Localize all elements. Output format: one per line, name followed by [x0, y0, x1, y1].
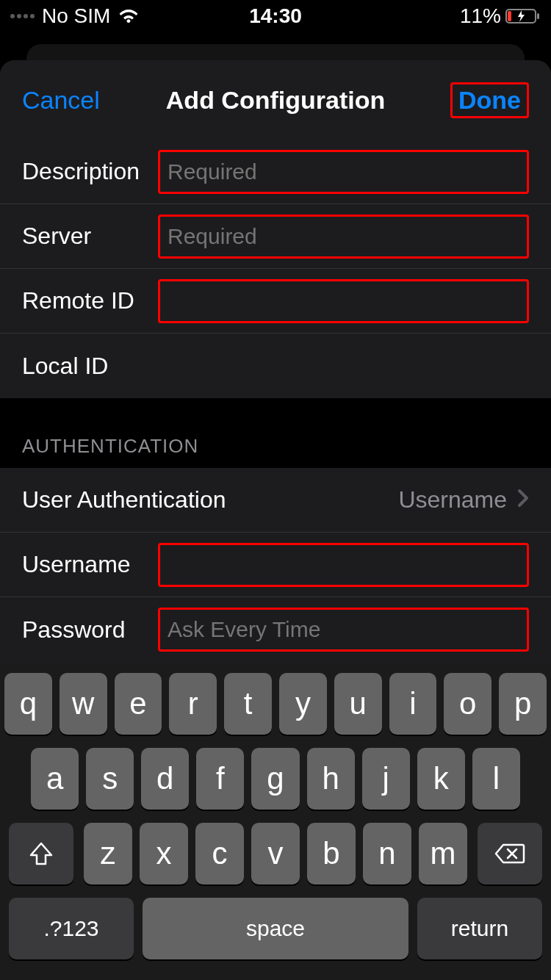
status-bar: No SIM 14:30 11%: [0, 0, 551, 32]
form-section-main: Description Server Remote ID Local ID: [0, 140, 551, 398]
key-y[interactable]: y: [279, 673, 327, 735]
nav-bar: Cancel Add Configuration Done: [0, 60, 551, 140]
remote-id-input[interactable]: [158, 279, 529, 323]
label-remote-id: Remote ID: [22, 287, 158, 314]
key-s[interactable]: s: [86, 748, 134, 810]
user-auth-value-text: Username: [398, 486, 507, 514]
key-q[interactable]: q: [4, 673, 52, 735]
key-o[interactable]: o: [444, 673, 491, 735]
key-f[interactable]: f: [196, 748, 244, 810]
page-title: Add Configuration: [166, 86, 385, 115]
key-w[interactable]: w: [60, 673, 107, 735]
label-description: Description: [22, 158, 158, 185]
status-right: 11%: [460, 4, 541, 28]
label-password: Password: [22, 616, 158, 644]
section-header-auth: AUTHENTICATION: [0, 398, 551, 468]
wifi-icon: [118, 8, 140, 24]
key-l[interactable]: l: [472, 748, 520, 810]
keyboard-row-1: qwertyuiop: [4, 673, 547, 735]
carrier-label: No SIM: [42, 4, 110, 28]
key-h[interactable]: h: [307, 748, 355, 810]
key-a[interactable]: a: [31, 748, 79, 810]
battery-charging-icon: [505, 8, 541, 24]
label-local-id: Local ID: [22, 353, 158, 380]
keyboard: qwertyuiop asdfghjkl zxcvbnm .?123 space…: [0, 663, 551, 980]
shift-key[interactable]: [9, 823, 73, 884]
key-t[interactable]: t: [224, 673, 272, 735]
key-k[interactable]: k: [417, 748, 465, 810]
key-j[interactable]: j: [362, 748, 410, 810]
backspace-key[interactable]: [478, 823, 542, 884]
local-id-input[interactable]: [158, 344, 529, 388]
key-e[interactable]: e: [115, 673, 162, 735]
row-password: Password: [0, 597, 551, 662]
keyboard-row-3: zxcvbnm: [4, 823, 547, 884]
key-u[interactable]: u: [334, 673, 382, 735]
row-user-authentication[interactable]: User Authentication Username: [0, 468, 551, 533]
key-p[interactable]: p: [499, 673, 547, 735]
key-d[interactable]: d: [141, 748, 189, 810]
key-r[interactable]: r: [169, 673, 217, 735]
numbers-key[interactable]: .?123: [9, 898, 134, 959]
key-z[interactable]: z: [84, 823, 132, 884]
key-n[interactable]: n: [363, 823, 411, 884]
server-input[interactable]: [158, 215, 529, 259]
password-input[interactable]: [158, 608, 529, 652]
chevron-right-icon: [517, 486, 529, 514]
row-description: Description: [0, 140, 551, 204]
value-user-auth: Username: [398, 486, 529, 514]
cellular-dots-icon: [10, 14, 35, 18]
svg-rect-1: [508, 11, 511, 21]
key-i[interactable]: i: [389, 673, 437, 735]
key-x[interactable]: x: [140, 823, 188, 884]
row-local-id: Local ID: [0, 334, 551, 398]
key-b[interactable]: b: [307, 823, 356, 884]
label-server: Server: [22, 223, 158, 250]
status-left: No SIM: [10, 4, 140, 28]
clock: 14:30: [249, 4, 302, 28]
key-c[interactable]: c: [195, 823, 244, 884]
return-key[interactable]: return: [417, 898, 542, 959]
label-username: Username: [22, 551, 158, 578]
row-remote-id: Remote ID: [0, 269, 551, 334]
description-input[interactable]: [158, 150, 529, 194]
modal-sheet: Cancel Add Configuration Done Descriptio…: [0, 60, 551, 980]
svg-rect-2: [537, 13, 539, 19]
username-input[interactable]: [158, 543, 529, 587]
keyboard-row-4: .?123 space return: [4, 898, 547, 959]
key-v[interactable]: v: [251, 823, 300, 884]
space-key[interactable]: space: [143, 898, 408, 959]
key-m[interactable]: m: [419, 823, 467, 884]
keyboard-row-2: asdfghjkl: [4, 748, 547, 810]
label-user-auth: User Authentication: [22, 486, 226, 514]
battery-percent: 11%: [460, 4, 501, 28]
done-button[interactable]: Done: [450, 82, 529, 118]
key-g[interactable]: g: [251, 748, 299, 810]
row-server: Server: [0, 204, 551, 269]
form-section-auth: User Authentication Username Username Pa…: [0, 468, 551, 662]
cancel-button[interactable]: Cancel: [22, 86, 100, 115]
row-username: Username: [0, 533, 551, 597]
